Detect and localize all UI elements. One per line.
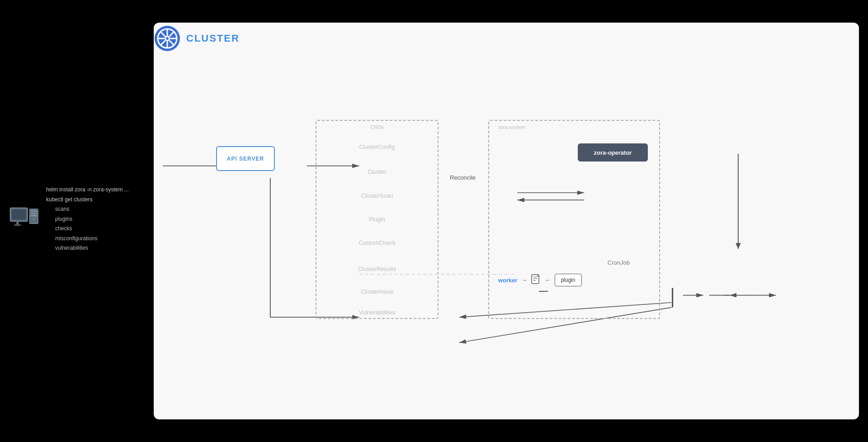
arrow-doc-plugin: ← (545, 276, 551, 284)
operator-dashed-box: zora-system zora-operator CronJob worker… (488, 120, 660, 319)
cmd-kubectl: kubectl get clusters (46, 195, 129, 205)
plugin-box: plugin (555, 274, 582, 286)
document-icon (531, 274, 541, 286)
svg-rect-2 (16, 221, 19, 224)
plugin-label: plugin (561, 277, 576, 283)
cmd-vulnerabilities: vulnerabilities (46, 243, 129, 253)
worker-row: worker → ← plugin (498, 274, 582, 286)
worker-label: worker (498, 277, 518, 284)
operator-box: zora-operator (578, 143, 648, 162)
computer-icon (9, 206, 41, 233)
cmd-plugins: plugins (46, 214, 129, 224)
cmd-helm: helm install zora -n zora-system ... (46, 185, 129, 195)
svg-point-8 (33, 218, 34, 219)
api-server-box: API SERVER (216, 146, 275, 171)
left-commands: helm install zora -n zora-system ... kub… (46, 185, 129, 253)
crd-item-cluster: Cluster (368, 168, 386, 175)
operator-label: zora-operator (594, 149, 632, 156)
worker-dash (539, 291, 548, 292)
crd-item-customcheck: CustomCheck (359, 239, 396, 246)
svg-rect-3 (14, 224, 21, 226)
crd-item-clusterscan: ClusterScan (361, 192, 393, 199)
cronjob-label: CronJob (608, 259, 630, 266)
crd-item-clusterconfig: ClusterConfig (359, 143, 395, 150)
crd-dashed-box: CRDs ClusterConfig Cluster ClusterScan P… (316, 120, 439, 319)
crd-item-clusterresults: ClusterResults (358, 266, 396, 272)
svg-rect-6 (31, 213, 37, 214)
crd-item-clusterissue: ClusterIssue (361, 288, 393, 295)
cluster-header: CLUSTER (154, 25, 240, 52)
svg-rect-1 (12, 209, 26, 219)
svg-rect-5 (31, 210, 37, 212)
cmd-checks: checks (46, 224, 129, 234)
cluster-label: CLUSTER (186, 33, 240, 44)
svg-rect-39 (533, 276, 538, 277)
crd-box-title: CRDs (370, 124, 383, 130)
svg-point-11 (166, 37, 169, 40)
computer-icon-group: helm install zora -n zora-system ... kub… (9, 185, 129, 253)
operator-box-title: zora-system (498, 124, 525, 130)
cmd-misconfigurations: misconfigurations (46, 234, 129, 244)
svg-rect-41 (533, 280, 536, 281)
kubernetes-icon (154, 25, 181, 52)
cmd-scans: scans (46, 204, 129, 214)
left-panel: helm install zora -n zora-system ... kub… (0, 0, 163, 442)
crd-item-plugin: Plugin (369, 216, 385, 223)
api-server-label: API SERVER (227, 156, 264, 162)
svg-rect-40 (533, 278, 538, 279)
svg-rect-7 (31, 215, 37, 216)
diagram-area: API SERVER CRDs ClusterConfig Cluster Cl… (163, 63, 854, 415)
arrow-worker-doc: → (521, 276, 528, 284)
crd-item-vulnerabilities: Vulnerabilities (359, 309, 395, 316)
reconcile-label: Reconcile (450, 174, 476, 181)
